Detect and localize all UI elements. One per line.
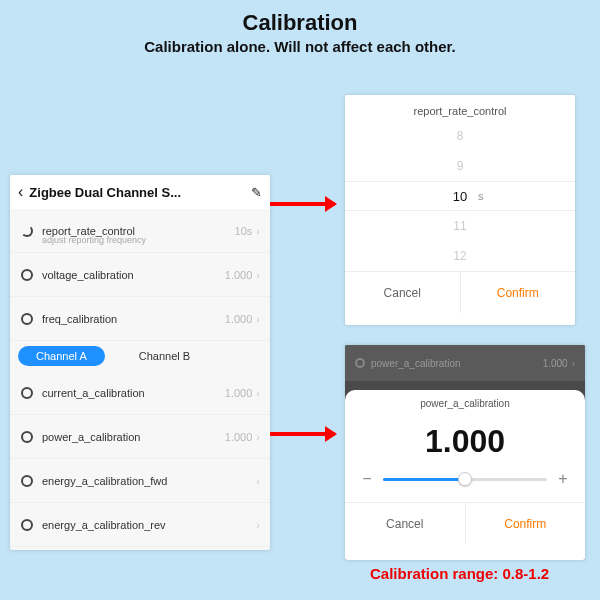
- slider-knob[interactable]: [458, 472, 472, 486]
- cancel-button[interactable]: Cancel: [345, 272, 460, 313]
- cancel-button[interactable]: Cancel: [345, 503, 465, 544]
- chevron-right-icon: ›: [256, 225, 260, 237]
- row-label: energy_a_calibration_fwd: [42, 475, 256, 487]
- chevron-right-icon: ›: [256, 313, 260, 325]
- picker-option[interactable]: 9: [345, 151, 575, 181]
- row-label: energy_a_calibration_rev: [42, 519, 256, 531]
- row-value: 1.000: [225, 387, 253, 399]
- range-note: Calibration range: 0.8-1.2: [370, 565, 549, 582]
- chevron-right-icon: ›: [256, 519, 260, 531]
- page-title: Calibration: [0, 0, 600, 36]
- row-voltage-calibration[interactable]: voltage_calibration 1.000 ›: [10, 253, 270, 297]
- dim-label: power_a_calibration: [371, 358, 543, 369]
- picker-buttons: Cancel Confirm: [345, 271, 575, 313]
- row-label: voltage_calibration: [42, 269, 225, 281]
- panel-header: ‹ Zigbee Dual Channel S... ✎: [10, 175, 270, 209]
- picker-title: report_rate_control: [345, 95, 575, 121]
- confirm-button[interactable]: Confirm: [465, 503, 586, 544]
- chevron-right-icon: ›: [572, 358, 575, 369]
- gear-icon: [20, 518, 34, 532]
- gear-icon: [20, 268, 34, 282]
- rate-picker-dialog: report_rate_control 8 9 10 s 11 12 Cance…: [345, 95, 575, 325]
- edit-icon[interactable]: ✎: [251, 185, 262, 200]
- dim-value: 1.000: [543, 358, 568, 369]
- page-subtitle: Calibration alone. Will not affect each …: [0, 38, 600, 55]
- gear-icon: [20, 430, 34, 444]
- chevron-right-icon: ›: [256, 387, 260, 399]
- row-label: current_a_calibration: [42, 387, 225, 399]
- settings-panel: ‹ Zigbee Dual Channel S... ✎ report_rate…: [10, 175, 270, 550]
- picker-selected-value: 10: [453, 189, 467, 204]
- tab-channel-b[interactable]: Channel B: [121, 346, 208, 366]
- tab-channel-a[interactable]: Channel A: [18, 346, 105, 366]
- decrement-button[interactable]: −: [359, 470, 375, 488]
- slider-fill: [383, 478, 465, 481]
- bottom-sheet: power_a_calibration 1.000 − + Cancel Con…: [345, 390, 585, 560]
- row-sublabel: adjust reporting frequency: [42, 235, 146, 245]
- panel-title: Zigbee Dual Channel S...: [23, 185, 251, 200]
- value-picker[interactable]: 8 9 10 s 11 12: [345, 121, 575, 271]
- annotation-arrow: [270, 432, 335, 436]
- dim-background-row: power_a_calibration 1.000 ›: [345, 345, 585, 381]
- row-label: freq_calibration: [42, 313, 225, 325]
- calibration-slider[interactable]: [383, 478, 547, 481]
- picker-unit: s: [478, 190, 484, 202]
- calibration-value: 1.000: [345, 417, 585, 470]
- row-value: 1.000: [225, 269, 253, 281]
- row-value: 1.000: [225, 431, 253, 443]
- chevron-right-icon: ›: [256, 269, 260, 281]
- picker-option[interactable]: 11: [345, 211, 575, 241]
- sheet-title: power_a_calibration: [345, 390, 585, 417]
- gear-icon: [20, 474, 34, 488]
- row-power-a-calibration[interactable]: power_a_calibration 1.000 ›: [10, 415, 270, 459]
- increment-button[interactable]: +: [555, 470, 571, 488]
- chevron-right-icon: ›: [256, 475, 260, 487]
- calibration-dialog: power_a_calibration 1.000 › power_a_cali…: [345, 345, 585, 560]
- picker-option[interactable]: 8: [345, 121, 575, 151]
- row-energy-a-fwd[interactable]: energy_a_calibration_fwd ›: [10, 459, 270, 503]
- channel-tabs: Channel A Channel B: [10, 341, 270, 371]
- row-report-rate[interactable]: report_rate_control adjust reporting fre…: [10, 209, 270, 253]
- row-value: 10s: [235, 225, 253, 237]
- slider-row: − +: [345, 470, 585, 488]
- row-current-a-calibration[interactable]: current_a_calibration 1.000 ›: [10, 371, 270, 415]
- gear-icon: [355, 358, 365, 368]
- picker-option[interactable]: 12: [345, 241, 575, 271]
- row-energy-a-rev[interactable]: energy_a_calibration_rev ›: [10, 503, 270, 547]
- row-label: power_a_calibration: [42, 431, 225, 443]
- row-value: 1.000: [225, 313, 253, 325]
- chevron-right-icon: ›: [256, 431, 260, 443]
- annotation-arrow: [270, 202, 335, 206]
- picker-option-selected[interactable]: 10 s: [345, 181, 575, 211]
- refresh-icon: [20, 224, 34, 238]
- gear-icon: [20, 386, 34, 400]
- sheet-buttons: Cancel Confirm: [345, 502, 585, 544]
- gear-icon: [20, 312, 34, 326]
- confirm-button[interactable]: Confirm: [460, 272, 576, 313]
- row-freq-calibration[interactable]: freq_calibration 1.000 ›: [10, 297, 270, 341]
